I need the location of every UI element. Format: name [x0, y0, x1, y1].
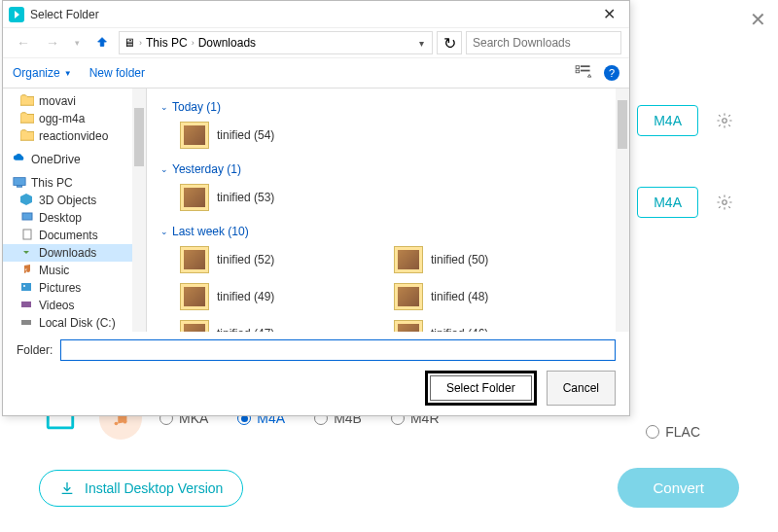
nav-up-icon[interactable] [89, 33, 115, 53]
format-m4a-button-2[interactable]: M4A [637, 187, 698, 218]
app-logo-icon [9, 7, 24, 22]
dialog-title: Select Folder [30, 8, 595, 21]
folder-item[interactable]: tinified (50) [394, 246, 549, 273]
select-folder-button[interactable]: Select Folder [430, 375, 532, 401]
organize-menu[interactable]: Organize▼ [13, 66, 72, 80]
close-icon[interactable]: ✕ [595, 5, 623, 23]
tree-item-music[interactable]: Music [3, 262, 146, 279]
cancel-button[interactable]: Cancel [547, 371, 616, 406]
convert-button[interactable]: Convert [618, 468, 739, 508]
group-yesterday[interactable]: ⌄Yesterday (1) [160, 159, 616, 180]
gear-icon[interactable] [710, 188, 739, 217]
breadcrumb-pc[interactable]: This PC [146, 36, 188, 50]
folder-icon [394, 246, 423, 273]
svg-rect-10 [581, 70, 589, 71]
tree-item-downloads[interactable]: Downloads [3, 244, 146, 262]
svg-point-4 [124, 420, 127, 424]
file-list: ⌄Today (1) tinified (54) ⌄Yesterday (1) … [147, 89, 629, 332]
new-folder-button[interactable]: New folder [89, 66, 145, 80]
group-today[interactable]: ⌄Today (1) [160, 96, 616, 118]
folder-item[interactable]: tinified (49) [180, 283, 336, 310]
svg-point-1 [723, 200, 727, 205]
tree-item-reactionvideo[interactable]: reactionvideo [3, 127, 146, 145]
app-close-icon[interactable]: ✕ [750, 8, 766, 31]
folder-item[interactable]: tinified (48) [394, 283, 549, 310]
gear-icon[interactable] [710, 106, 739, 135]
svg-rect-12 [17, 186, 21, 188]
search-input[interactable] [473, 36, 619, 50]
search-box[interactable] [466, 31, 621, 54]
svg-rect-8 [576, 70, 580, 73]
tree-item-desktop[interactable]: Desktop [3, 209, 146, 227]
nav-forward-icon[interactable]: → [40, 33, 65, 53]
folder-label: Folder: [17, 343, 53, 357]
refresh-icon[interactable]: ↻ [437, 31, 462, 54]
install-desktop-button[interactable]: Install Desktop Version [39, 470, 243, 507]
nav-recent-dropdown-icon[interactable]: ▾ [69, 36, 86, 50]
tree-item-oggm4a[interactable]: ogg-m4a [3, 110, 146, 127]
svg-rect-7 [576, 66, 580, 69]
tree-item-localdisk[interactable]: Local Disk (C:) [3, 314, 146, 332]
folder-icon [394, 283, 423, 310]
folder-item[interactable]: tinified (53) [180, 184, 336, 211]
nav-back-icon[interactable]: ← [11, 33, 36, 53]
svg-rect-13 [22, 213, 32, 220]
help-icon[interactable]: ? [604, 65, 619, 81]
folder-icon [180, 122, 209, 149]
folder-icon [180, 246, 209, 273]
folder-tree: movavi ogg-m4a reactionvideo OneDrive Th… [3, 89, 147, 332]
tree-item-thispc[interactable]: This PC [3, 174, 146, 192]
breadcrumb-downloads[interactable]: Downloads [198, 36, 256, 50]
svg-rect-15 [21, 283, 31, 291]
svg-rect-17 [21, 301, 31, 307]
group-lastweek[interactable]: ⌄Last week (10) [160, 221, 616, 242]
svg-rect-11 [14, 178, 25, 186]
folder-icon [394, 320, 423, 332]
folder-item[interactable]: tinified (46) [394, 320, 549, 332]
install-label: Install Desktop Version [85, 480, 223, 496]
highlight-annotation: Select Folder [425, 371, 537, 406]
content-scrollbar[interactable] [616, 89, 629, 332]
svg-point-0 [723, 119, 727, 124]
folder-name-input[interactable] [60, 339, 616, 361]
breadcrumb[interactable]: 🖥 › This PC › Downloads ▾ [119, 31, 433, 54]
folder-item[interactable]: tinified (52) [180, 246, 336, 273]
svg-rect-14 [23, 230, 31, 239]
tree-item-3dobjects[interactable]: 3D Objects [3, 192, 146, 209]
folder-item[interactable]: tinified (47) [180, 320, 336, 332]
svg-point-16 [23, 285, 25, 287]
tree-item-pictures[interactable]: Pictures [3, 279, 146, 297]
view-options-icon[interactable] [575, 64, 592, 82]
svg-point-3 [115, 422, 119, 426]
folder-item[interactable]: tinified (54) [180, 122, 336, 149]
format-m4a-button-1[interactable]: M4A [637, 105, 698, 136]
breadcrumb-dropdown-icon[interactable]: ▾ [415, 38, 428, 49]
tree-scrollbar[interactable] [132, 89, 146, 332]
folder-icon [180, 283, 209, 310]
tree-item-movavi[interactable]: movavi [3, 92, 146, 110]
folder-icon [180, 184, 209, 211]
radio-flac[interactable]: FLAC [646, 424, 700, 440]
pc-icon: 🖥 [124, 36, 135, 50]
svg-rect-18 [21, 320, 31, 325]
tree-item-onedrive[interactable]: OneDrive [3, 151, 146, 168]
folder-icon [180, 320, 209, 332]
tree-item-videos[interactable]: Videos [3, 297, 146, 314]
svg-rect-9 [581, 66, 589, 67]
tree-item-documents[interactable]: Documents [3, 227, 146, 244]
select-folder-dialog: Select Folder ✕ ← → ▾ 🖥 › This PC › Down… [2, 0, 630, 416]
